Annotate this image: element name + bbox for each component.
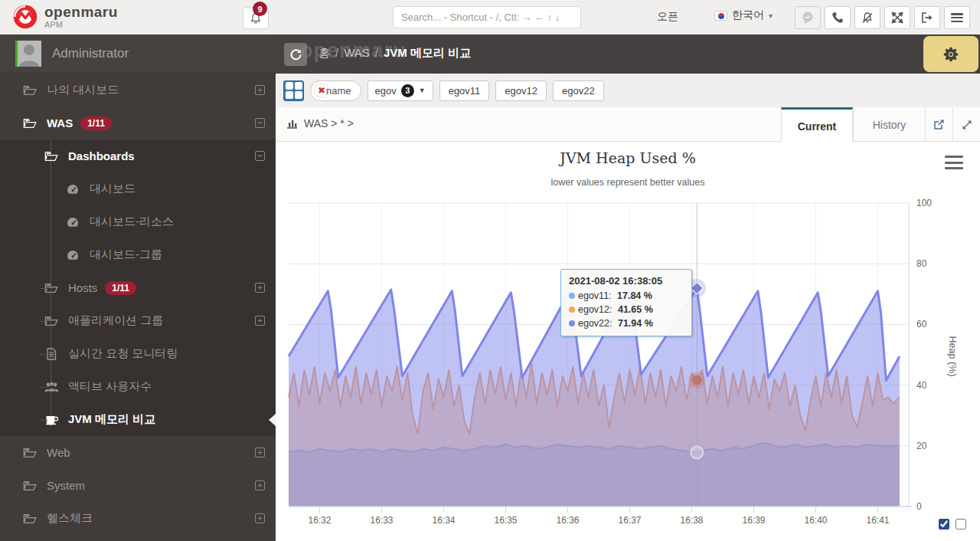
app-logo: openmaru APM xyxy=(12,4,118,30)
sidebar-item-dashboard-group[interactable]: 대시보드-그룹 xyxy=(0,238,276,271)
sidebar-item-label: Dashboards xyxy=(68,149,135,162)
phone-icon xyxy=(831,11,844,24)
series-dot-icon xyxy=(569,320,575,326)
marker-egov12-circle[interactable] xyxy=(692,375,702,385)
expand-plus-icon[interactable]: + xyxy=(255,85,265,95)
expand-plus-icon[interactable]: + xyxy=(255,480,265,490)
refresh-button[interactable] xyxy=(284,43,307,66)
folder-icon xyxy=(43,315,60,326)
breadcrumb-home[interactable]: 홈 xyxy=(318,46,330,59)
open-external-button[interactable] xyxy=(925,107,952,142)
egov-dropdown[interactable]: egov 3 ▼ xyxy=(368,80,433,101)
logo-title: openmaru xyxy=(44,5,118,19)
sidebar: Administrator 나의 대시보드+WAS1/11−Dashboards… xyxy=(0,34,276,541)
sidebar-item-dashboards[interactable]: Dashboards− xyxy=(0,139,276,172)
chart-option-checkbox-checked[interactable] xyxy=(939,519,949,530)
sidebar-item-dashboard[interactable]: 대시보드 xyxy=(0,172,276,205)
language-label: 한국어 xyxy=(732,8,764,22)
count-badge: 1/11 xyxy=(80,116,112,130)
sidebar-item-event[interactable]: 이벤트+ xyxy=(0,535,276,541)
y-axis-label: 100 xyxy=(916,198,932,208)
folder-icon xyxy=(43,150,60,162)
y-axis-label: 60 xyxy=(916,319,927,330)
filter-button-egov22[interactable]: egov22 xyxy=(553,80,604,101)
sidebar-item-active-users[interactable]: 액티브 사용자수 xyxy=(0,370,276,403)
x-axis-label: 16:35 xyxy=(494,515,517,526)
search-input[interactable] xyxy=(393,6,581,28)
y-axis-label: 0 xyxy=(916,501,922,512)
menu-button[interactable] xyxy=(944,6,970,29)
breadcrumb: 홈/WAS/JVM 메모리 비교 xyxy=(318,46,471,61)
sidebar-item-label: 나의 대시보드 xyxy=(47,83,119,97)
chart-option-checkbox-unchecked[interactable] xyxy=(956,519,966,530)
expand-panel-button[interactable] xyxy=(952,107,980,142)
tooltip-timestamp: 2021-08-02 16:38:05 xyxy=(569,275,684,287)
x-axis-label: 16:33 xyxy=(370,515,393,526)
current-item-arrow xyxy=(269,414,276,426)
sidebar-item-healthcheck[interactable]: 헬스체크+ xyxy=(0,502,276,535)
filter-tag-name[interactable]: ✖ name xyxy=(310,80,361,101)
sidebar-item-realtime-request-monitoring[interactable]: 실시간 요청 모니터링 xyxy=(0,337,276,370)
sidebar-item-web[interactable]: Web+ xyxy=(0,436,276,469)
sidebar-item-my-dashboard[interactable]: 나의 대시보드+ xyxy=(0,74,276,107)
caret-down-icon: ▼ xyxy=(419,87,426,94)
expand-arrows-icon xyxy=(891,11,903,24)
chart-export-menu-button[interactable] xyxy=(945,156,963,169)
bar-chart-icon xyxy=(286,118,298,129)
sidebar-item-application-group[interactable]: 애플리케이션 그룹+ xyxy=(0,304,276,337)
user-profile[interactable]: Administrator xyxy=(0,34,276,74)
filter-button-egov12[interactable]: egov12 xyxy=(495,80,547,101)
expand-plus-icon[interactable]: + xyxy=(255,448,265,457)
sign-out-icon xyxy=(921,11,933,24)
sidebar-item-label: Web xyxy=(47,446,70,459)
collapse-minus-icon[interactable]: − xyxy=(255,151,265,161)
user-name: Administrator xyxy=(52,46,129,61)
openmaru-logo-icon xyxy=(12,4,38,30)
sidebar-item-was[interactable]: WAS1/11− xyxy=(0,107,276,139)
bell-slash-icon xyxy=(861,11,874,25)
breadcrumb-was[interactable]: WAS xyxy=(344,46,370,59)
gauge-icon xyxy=(64,184,81,195)
panel-header: WAS > * > Current History xyxy=(276,107,980,142)
fullscreen-button[interactable] xyxy=(884,6,910,29)
tab-history[interactable]: History xyxy=(853,107,925,142)
expand-plus-icon[interactable]: + xyxy=(255,316,265,326)
sidebar-item-jvm-memory-compare[interactable]: JVM 메모리 비교 xyxy=(0,403,276,436)
top-header: openmaru APM 9 오픈 한국어 ▾ xyxy=(0,0,980,34)
sidebar-item-dashboard-resource[interactable]: 대시보드-리소스 xyxy=(0,205,276,238)
folder-icon xyxy=(21,447,38,458)
x-axis-label: 16:39 xyxy=(742,515,765,526)
sidebar-item-system[interactable]: System+ xyxy=(0,469,276,502)
x-axis-label: 16:40 xyxy=(804,515,827,526)
x-axis-label: 16:41 xyxy=(866,515,889,526)
jvm-heap-chart: JVM Heap Used %lower values represent be… xyxy=(276,142,980,541)
language-selector[interactable]: 한국어 ▾ xyxy=(714,8,773,22)
breadcrumb-current: JVM 메모리 비교 xyxy=(384,46,471,59)
tooltip-row-egov11: egov11: 17.84 % xyxy=(569,289,684,303)
phone-button[interactable] xyxy=(825,6,851,29)
chat-button[interactable] xyxy=(795,6,821,29)
settings-button[interactable] xyxy=(923,36,978,72)
expand-plus-icon[interactable]: + xyxy=(255,283,265,293)
sidebar-item-label: Hosts xyxy=(68,281,97,294)
breadcrumb-bar: openmaru 홈/WAS/JVM 메모리 비교 xyxy=(276,34,980,74)
sidebar-item-hosts[interactable]: Hosts1/11+ xyxy=(0,271,276,304)
chat-bubble-icon xyxy=(801,11,815,25)
doc-icon xyxy=(43,348,60,360)
sidebar-item-label: 액티브 사용자수 xyxy=(68,379,152,394)
diagonal-expand-icon xyxy=(962,120,972,130)
marker-egov11-circle[interactable] xyxy=(691,446,703,458)
filter-button-egov11[interactable]: egov11 xyxy=(439,80,490,101)
sidebar-item-label: System xyxy=(47,479,85,492)
chart-title: JVM Heap Used % xyxy=(558,149,695,166)
open-link[interactable]: 오픈 xyxy=(657,10,678,24)
folder-icon xyxy=(21,513,38,524)
layout-grid-button[interactable] xyxy=(283,80,304,101)
sidebar-item-label: WAS xyxy=(47,116,73,130)
expand-plus-icon[interactable]: + xyxy=(255,513,265,523)
tab-current[interactable]: Current xyxy=(781,107,853,143)
refresh-icon xyxy=(289,48,302,61)
logout-button[interactable] xyxy=(914,6,940,29)
mute-alerts-button[interactable] xyxy=(854,6,880,29)
collapse-minus-icon[interactable]: − xyxy=(255,118,265,128)
